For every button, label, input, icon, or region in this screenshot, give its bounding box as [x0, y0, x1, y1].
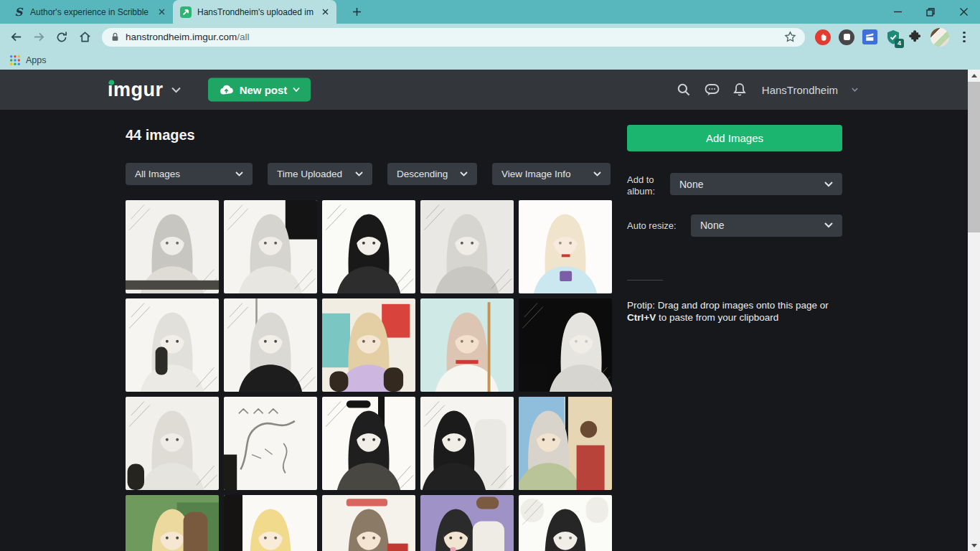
scribblehub-favicon-icon: S — [13, 6, 24, 18]
browser-window: S Author's experience in Scribble H Hans… — [0, 0, 980, 551]
gallery-thumb[interactable] — [322, 397, 415, 490]
chevron-down-icon — [235, 171, 243, 176]
filter-sort-order[interactable]: Descending — [387, 163, 477, 185]
new-post-button[interactable]: New post — [208, 78, 311, 102]
tab-title: Author's experience in Scribble H — [30, 7, 150, 17]
user-chevron-down-icon[interactable] — [852, 88, 858, 92]
gallery-thumb[interactable] — [420, 495, 514, 551]
gallery-thumb[interactable] — [322, 200, 415, 293]
forward-icon[interactable] — [29, 27, 49, 47]
restore-icon[interactable] — [914, 0, 947, 24]
gallery-thumb[interactable] — [126, 397, 219, 490]
gallery-thumb[interactable] — [519, 298, 612, 392]
filter-all-images[interactable]: All Images — [126, 163, 253, 185]
chat-icon[interactable] — [705, 83, 720, 97]
imgur-logo-text: imgur — [108, 79, 164, 101]
bookmarks-bar: Apps — [0, 50, 980, 70]
gallery-thumb[interactable] — [519, 200, 612, 293]
apps-grid-icon[interactable] — [10, 55, 20, 65]
chevron-down-icon — [355, 171, 363, 176]
auto-resize-label: Auto resize: — [627, 215, 691, 232]
scroll-up-icon[interactable] — [968, 70, 980, 81]
browser-toolbar: hanstrondheim.imgur.com/all 4 — [0, 24, 980, 50]
imgur-page: imgur New post HansTrondheim 44 ima — [0, 70, 968, 551]
clapperboard-extension-icon[interactable] — [862, 29, 877, 44]
gallery-thumb[interactable] — [519, 495, 612, 551]
scroll-down-icon[interactable] — [968, 540, 980, 551]
recorder-extension-icon[interactable] — [839, 29, 854, 45]
apps-label[interactable]: Apps — [26, 55, 47, 65]
reload-icon[interactable] — [52, 27, 72, 47]
extension-badge: 4 — [895, 39, 904, 48]
gallery-thumb[interactable] — [420, 397, 514, 490]
page-scrollbar[interactable] — [968, 70, 980, 551]
add-to-album-label: Add to album: — [627, 173, 670, 198]
adblock-icon[interactable] — [815, 29, 831, 45]
gallery-thumb[interactable] — [420, 298, 514, 392]
gallery-thumb[interactable] — [322, 298, 415, 392]
filter-sort-field[interactable]: Time Uploaded — [268, 163, 372, 185]
gallery-thumb[interactable] — [224, 298, 317, 392]
tab-title: HansTrondheim's uploaded imag — [197, 7, 314, 17]
imgur-logo[interactable]: imgur — [108, 79, 181, 101]
new-post-chevron-icon — [293, 88, 300, 93]
username[interactable]: HansTrondheim — [762, 84, 838, 96]
extensions-area: 4 — [811, 28, 976, 47]
chevron-down-icon — [824, 222, 833, 228]
image-count-title: 44 images — [126, 127, 195, 143]
back-icon[interactable] — [6, 27, 26, 47]
new-post-label: New post — [240, 84, 288, 96]
gallery-thumb[interactable] — [126, 200, 219, 293]
address-bar[interactable]: hanstrondheim.imgur.com/all — [102, 28, 805, 47]
home-icon[interactable] — [75, 27, 95, 47]
add-images-button[interactable]: Add Images — [627, 125, 842, 151]
upload-sidebar: Add Images Add to album: None Auto resiz… — [627, 125, 842, 324]
tab-close-icon[interactable] — [319, 6, 331, 18]
gallery-thumb[interactable] — [126, 298, 219, 392]
add-to-album-select[interactable]: None — [670, 173, 842, 195]
logo-chevron-down-icon[interactable] — [171, 87, 181, 93]
puzzle-extensions-icon[interactable] — [909, 29, 923, 45]
browser-menu-icon[interactable] — [957, 28, 971, 47]
tab-scribblehub[interactable]: S Author's experience in Scribble H — [6, 0, 173, 24]
bell-icon[interactable] — [733, 83, 746, 97]
header-right: HansTrondheim — [677, 83, 858, 97]
close-icon[interactable] — [947, 0, 980, 24]
minimize-icon[interactable] — [881, 0, 914, 24]
imgur-main: 44 images All Images Time Uploaded Desce… — [0, 110, 968, 551]
profile-avatar[interactable] — [930, 28, 949, 47]
scrollbar-thumb[interactable] — [968, 82, 980, 232]
gallery-thumb[interactable] — [519, 397, 612, 490]
gallery-thumb[interactable] — [126, 495, 219, 551]
url-text: hanstrondheim.imgur.com/all — [126, 32, 250, 42]
chevron-down-icon — [824, 182, 833, 187]
shield-extension-icon[interactable]: 4 — [885, 29, 901, 45]
filter-view-mode[interactable]: View Image Info — [492, 163, 611, 185]
chevron-down-icon — [460, 171, 468, 176]
cloud-upload-icon — [219, 85, 234, 95]
tab-close-icon[interactable] — [156, 6, 167, 18]
new-tab-button[interactable] — [347, 1, 367, 22]
imgur-header: imgur New post HansTrondheim — [0, 70, 968, 110]
image-grid — [126, 200, 617, 551]
bookmark-star-icon[interactable] — [784, 31, 796, 43]
lock-icon — [110, 32, 120, 42]
filter-row: All Images Time Uploaded Descending View… — [126, 163, 611, 185]
tabs: S Author's experience in Scribble H Hans… — [0, 0, 336, 24]
window-controls — [881, 0, 980, 24]
tab-strip: S Author's experience in Scribble H Hans… — [0, 0, 980, 24]
gallery-thumb[interactable] — [420, 200, 514, 293]
page-area: imgur New post HansTrondheim 44 ima — [0, 70, 980, 551]
imgur-favicon-icon — [180, 6, 192, 18]
gallery-thumb[interactable] — [322, 495, 415, 551]
gallery-thumb[interactable] — [224, 495, 317, 551]
protip-text: Protip: Drag and drop images onto this p… — [627, 299, 837, 325]
chevron-down-icon — [593, 171, 601, 176]
tab-imgur[interactable]: HansTrondheim's uploaded imag — [173, 0, 336, 24]
search-icon[interactable] — [677, 83, 691, 97]
auto-resize-select[interactable]: None — [691, 215, 842, 237]
gallery-thumb[interactable] — [224, 397, 317, 490]
sidebar-divider — [627, 280, 663, 281]
gallery-thumb[interactable] — [224, 200, 317, 293]
